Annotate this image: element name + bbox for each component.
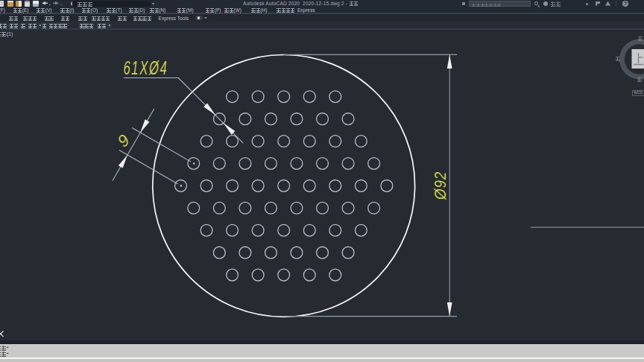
svg-text:9: 9 <box>114 130 133 150</box>
svg-text:Ø92: Ø92 <box>431 171 449 200</box>
svg-text:61XØ4: 61XØ4 <box>124 57 168 79</box>
